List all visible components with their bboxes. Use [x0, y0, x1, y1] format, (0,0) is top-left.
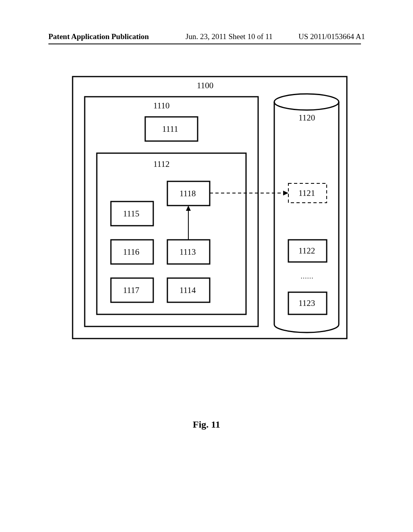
- header-right: US 2011/0153664 A1: [298, 32, 365, 41]
- label-1114: 1114: [179, 285, 196, 295]
- arrowhead-1113-1118: [186, 206, 191, 211]
- label-1122: 1122: [298, 246, 315, 256]
- cylinder-top: [274, 94, 339, 110]
- label-1118: 1118: [179, 189, 196, 199]
- label-1121: 1121: [298, 188, 315, 198]
- label-1111: 1111: [162, 124, 178, 134]
- diagram-canvas: 1100 1110 1111 1112 1118 1115 1116 1113 …: [69, 73, 351, 435]
- label-1120: 1120: [298, 113, 315, 123]
- label-1110: 1110: [153, 101, 169, 111]
- figure-caption: Fig. 11: [0, 419, 413, 430]
- label-1113: 1113: [179, 247, 196, 257]
- header-left: Patent Application Publication: [48, 32, 149, 41]
- label-1117: 1117: [123, 285, 139, 295]
- header-mid: Jun. 23, 2011 Sheet 10 of 11: [186, 32, 273, 41]
- arrowhead-1118-1121: [283, 191, 288, 195]
- label-1116: 1116: [123, 247, 139, 257]
- header-rule: [48, 44, 361, 44]
- box-1112: [97, 153, 246, 314]
- label-dots: ……: [300, 273, 313, 280]
- label-1100: 1100: [197, 81, 213, 91]
- label-1115: 1115: [123, 209, 139, 219]
- label-1112: 1112: [153, 159, 169, 169]
- label-1123: 1123: [298, 298, 315, 308]
- cylinder-bottom: [274, 324, 339, 332]
